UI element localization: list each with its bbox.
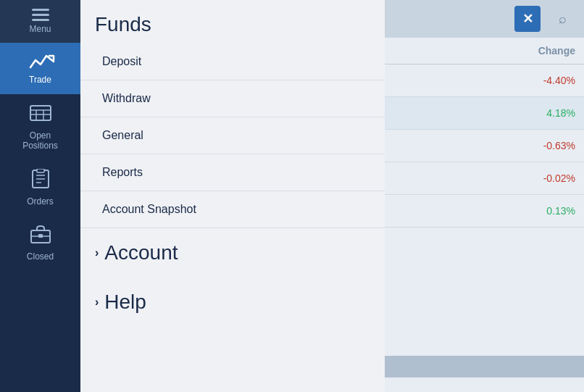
help-section-title: Help [104,291,146,314]
bottom-bar [385,356,584,378]
change-value: 0.13% [517,205,575,217]
change-value: -4.40% [517,75,575,86]
table-row: 0.13% [385,195,584,228]
search-icon: ⌕ [559,12,567,27]
sidebar-item-closed[interactable]: Closed [0,215,80,270]
data-panel-header: ✕ ⌕ [385,0,584,38]
sidebar-label-menu: Menu [29,24,51,34]
svg-rect-0 [30,106,51,120]
table-row: -0.63% [385,130,584,162]
account-section-header[interactable]: › Account [80,228,385,278]
table-header: Change [385,38,584,64]
funds-header: Funds [80,0,385,43]
funds-menu-list: Deposit Withdraw General Reports Account… [80,43,385,228]
sidebar-item-orders[interactable]: Orders [0,160,80,215]
funds-menu-general[interactable]: General [80,117,385,154]
sidebar-label-closed: Closed [27,251,54,262]
svg-rect-12 [38,234,43,238]
data-rows: -4.40% 4.18% -0.63% -0.02% 0.13% [385,64,584,228]
positions-icon [29,103,52,128]
change-value: -0.02% [517,172,575,184]
close-button[interactable]: ✕ [514,6,541,32]
help-section-header[interactable]: › Help [80,278,385,327]
help-chevron-icon: › [95,296,99,309]
table-row: -0.02% [385,162,584,195]
sidebar-item-trade[interactable]: Trade [0,43,80,93]
change-value: 4.18% [517,107,575,119]
trade-icon [29,51,52,72]
sidebar-item-menu[interactable]: Menu [0,0,80,43]
data-panel: ✕ ⌕ Change -4.40% 4.18% -0.63% -0.02% 0.… [385,0,584,392]
close-icon: ✕ [522,11,533,27]
sidebar-label-open-positions: OpenPositions [22,130,58,151]
table-row: -4.40% [385,64,584,97]
account-section-title: Account [104,241,178,264]
menu-icon [32,9,49,21]
table-row: 4.18% [385,97,584,130]
funds-menu-withdraw[interactable]: Withdraw [80,80,385,117]
sidebar-label-trade: Trade [29,75,51,85]
funds-panel: Funds Deposit Withdraw General Reports A… [80,0,385,392]
sidebar-label-orders: Orders [27,196,54,207]
svg-rect-9 [37,169,44,172]
column-header-change: Change [517,45,575,57]
funds-menu-deposit[interactable]: Deposit [80,43,385,80]
account-chevron-icon: › [95,246,99,259]
change-value: -0.63% [517,140,575,151]
funds-title: Funds [95,13,370,36]
search-button[interactable]: ⌕ [549,6,575,32]
sidebar-item-open-positions[interactable]: OpenPositions [0,94,80,160]
orders-icon [30,169,51,193]
funds-menu-account-snapshot[interactable]: Account Snapshot [80,191,385,228]
funds-menu-reports[interactable]: Reports [80,154,385,191]
briefcase-icon [29,224,52,249]
sidebar: Menu Trade OpenPositions [0,0,80,392]
